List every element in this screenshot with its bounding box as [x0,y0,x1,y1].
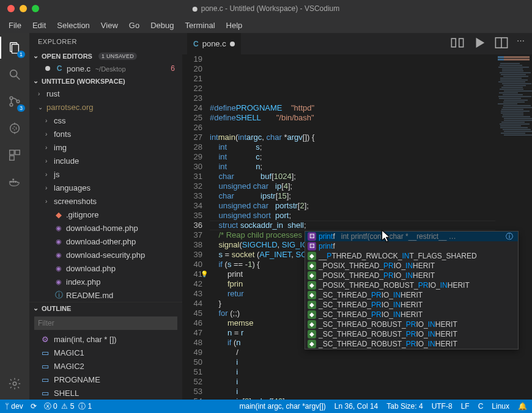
activity-debug[interactable] [6,120,23,137]
folder-img[interactable]: ›img [29,141,182,154]
folder-rust[interactable]: ›rust [29,87,182,100]
tab-pone-c[interactable]: C pone.c [187,33,242,54]
folder-screenshots[interactable]: ›screenshots [29,194,182,208]
file-readme-md[interactable]: ⓘREADME.md [29,288,182,302]
file-download-security-php[interactable]: ◉download-security.php [29,248,182,261]
window-titlebar: pone.c - Untitled (Workspace) - VSCodium [0,0,532,17]
outline-magic1[interactable]: ▭MAGIC1 [29,346,182,359]
status-tabsize[interactable]: Tab Size: 4 [386,402,423,411]
activity-scm[interactable]: 3 [6,93,23,110]
tab-label: pone.c [202,39,226,48]
statusbar: ᛘ dev ⟳ ⓧ 0 ⚠ 5 ⓘ 1 main(int argc, char … [0,400,532,413]
file--gitignore[interactable]: ◆.gitignore [29,208,182,221]
svg-point-18 [13,382,17,386]
status-bell-icon[interactable]: 🔔 [518,402,527,411]
explorer-badge: 1 [17,51,25,58]
folder-languages[interactable]: ›languages [29,181,182,194]
svg-rect-11 [10,150,14,155]
svg-rect-13 [10,156,14,160]
suggest-item[interactable]: ◆_SC_THREAD_PRIO_INHERIT [305,300,518,310]
explorer-sidebar: EXPLORER ⌄ OPEN EDITORS 1 UNSAVED C pone… [29,33,182,400]
workspace-header[interactable]: ⌄ UNTITLED (WORKSPACE) [29,75,182,87]
suggest-item[interactable]: ◆_SC_THREAD_ROBUST_PRIO_INHERIT [305,339,518,349]
suggest-item[interactable]: ◆_POSIX_THREAD_PRIO_INHERIT [305,271,518,280]
menubar: FileEditSelectionViewGoDebugTerminalHelp [0,17,532,33]
close-window-button[interactable] [7,5,15,12]
line-gutter[interactable]: 1920212223242526272829303132333435363738… [182,54,210,400]
menu-help[interactable]: Help [221,20,248,31]
editor: C pone.c ⋯ 19202122232425262728293031323… [182,33,532,400]
suggest-item[interactable]: ◆_SC_THREAD_ROBUST_PRIO_INHERIT [305,329,518,339]
activity-bar: 1 3 [0,33,29,400]
folder-fonts[interactable]: ›fonts [29,127,182,141]
open-editors-header[interactable]: ⌄ OPEN EDITORS 1 UNSAVED [29,50,182,62]
suggest-item[interactable]: ◆_SC_THREAD_ROBUST_PRIO_INHERIT [305,320,518,329]
menu-edit[interactable]: Edit [28,20,51,31]
minimize-window-button[interactable] [20,5,27,12]
suggest-item[interactable]: ⚃printfint printf(const char *__restrict… [305,232,518,241]
svg-point-7 [10,124,20,133]
activity-search[interactable] [6,66,23,83]
status-problems[interactable]: ⓧ 0 ⚠ 5 ⓘ 1 [44,401,92,412]
activity-extensions[interactable] [6,147,23,164]
outline-filter[interactable] [34,316,177,330]
suggest-item[interactable]: ◆_POSIX_THREAD_ROBUST_PRIO_INHERIT [305,280,518,290]
svg-point-2 [10,70,17,77]
menu-debug[interactable]: Debug [146,20,179,31]
outline-header[interactable]: ⌄OUTLINE [29,302,182,314]
maximize-window-button[interactable] [32,5,39,12]
more-actions-icon[interactable]: ⋯ [517,36,525,51]
open-editor-item[interactable]: C pone.c ~/Desktop 6 [29,62,182,75]
file-download-php[interactable]: ◉download.php [29,261,182,275]
activity-settings[interactable] [6,375,23,392]
status-branch[interactable]: ᛘ dev [5,402,23,411]
file-download-home-php[interactable]: ◉download-home.php [29,221,182,235]
outline-main-int-char-[interactable]: ⚙main(int, char * []) [29,332,182,346]
menu-go[interactable]: Go [124,20,144,31]
editor-tabs: C pone.c ⋯ [182,33,532,54]
svg-rect-19 [451,38,456,47]
svg-line-3 [17,76,20,80]
status-position[interactable]: Ln 36, Col 14 [334,402,378,411]
svg-rect-17 [12,179,14,181]
suggest-item[interactable]: ◆_SC_THREAD_PRIO_INHERIT [305,290,518,300]
suggest-item[interactable]: ◆__PTHREAD_RWLOCK_INT_FLAGS_SHARED [305,251,518,261]
folder-parrotsec-org[interactable]: ⌄parrotsec.org [29,100,182,114]
menu-selection[interactable]: Selection [52,20,94,31]
activity-explorer[interactable]: 1 [6,39,23,56]
status-eol[interactable]: LF [461,402,470,411]
status-os[interactable]: Linux [492,402,509,411]
intellisense-popup[interactable]: ⚃printfint printf(const char *__restrict… [305,231,519,349]
svg-rect-12 [15,150,20,155]
status-language[interactable]: C [478,402,484,411]
folder-js[interactable]: ›js [29,167,182,181]
run-icon[interactable] [473,36,486,51]
svg-point-4 [10,97,13,100]
suggest-item[interactable]: ◆_SC_THREAD_PRIO_INHERIT [305,310,518,320]
file-download-other-php[interactable]: ◉download-other.php [29,235,182,248]
unsaved-indicator [230,42,235,46]
activity-docker[interactable] [6,174,23,191]
suggest-item[interactable]: ⚃printf [305,241,518,251]
file-index-php[interactable]: ◉index.php [29,275,182,288]
folder-include[interactable]: ›include [29,154,182,167]
outline-magic2[interactable]: ▭MAGIC2 [29,359,182,373]
suggest-item[interactable]: ◆_POSIX_THREAD_PRIO_INHERIT [305,261,518,271]
code-content[interactable]: ⚃printfint printf(const char *__restrict… [210,54,495,400]
svg-rect-20 [459,38,464,47]
menu-terminal[interactable]: Terminal [180,20,220,31]
status-breadcrumb[interactable]: main(int argc, char *argv[]) [239,402,325,411]
menu-view[interactable]: View [96,20,123,31]
compare-changes-icon[interactable] [451,36,464,51]
window-controls [0,5,39,12]
c-file-icon: C [193,40,199,48]
scm-badge: 3 [17,104,25,112]
outline-shell[interactable]: ▭SHELL [29,386,182,400]
outline-progname[interactable]: ▭PROGNAME [29,373,182,386]
status-encoding[interactable]: UTF-8 [432,402,453,411]
status-sync[interactable]: ⟳ [31,402,37,411]
split-editor-icon[interactable] [495,36,508,51]
svg-point-5 [10,103,13,106]
menu-file[interactable]: File [4,20,26,31]
folder-css[interactable]: ›css [29,114,182,127]
